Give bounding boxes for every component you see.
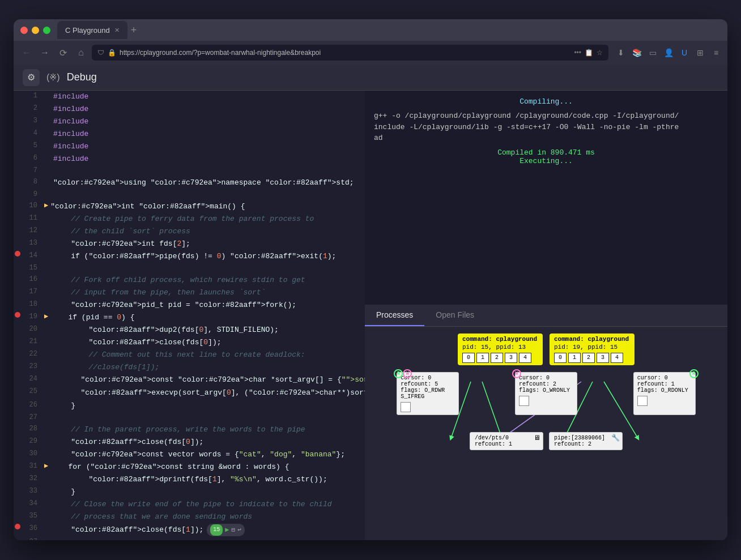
code-span-20: "color:#82aaff">dup2(fds[0], STDIN_FILEN…	[53, 326, 279, 334]
tab-c-playground[interactable]: C Playground ✕	[57, 21, 127, 39]
fd-row-15: 0 1 2 3 4	[462, 353, 538, 363]
file-nodes-row: 🖥 /dev/pts/0 refcount: 1 🔧 pipe:[2388906…	[372, 432, 721, 450]
code-content-14: if ("color:#82aaff">pipe(fds) != 0) "col…	[51, 251, 365, 262]
breakpoint-14[interactable]	[14, 251, 22, 257]
code-span-21: "color:#82aaff">close(fds[0]);	[53, 338, 222, 347]
reader-icon[interactable]: ▭	[647, 47, 658, 58]
code-content-22: // Comment out this next line to create …	[51, 349, 365, 361]
code-line-25: 25 "color:#82aaff">execvp(sort_argv[0], …	[14, 386, 365, 400]
code-span-2: #include	[53, 105, 93, 113]
code-span-14: if ("color:#82aaff">pipe(fds) != 0) "col…	[53, 252, 336, 260]
back-button[interactable]: ←	[19, 45, 34, 60]
pipe-icon: 🔧	[611, 434, 620, 442]
fd-4-15: 4	[519, 353, 531, 363]
browser-toolbar: ⬇ 📚 ▭ 👤 U ⊞ ≡	[615, 47, 722, 58]
fd-2-19: 2	[582, 353, 595, 363]
code-content-11: // Create pipe to ferry data from the pa…	[51, 213, 365, 225]
arrow-marker-31: ▶	[44, 461, 48, 470]
code-span-23: //close(fds[1]);	[53, 363, 159, 371]
cmd-line2: include -L/cplayground/lib -g -std=c++17…	[374, 123, 679, 131]
refresh-button[interactable]: ⟳	[56, 45, 70, 60]
code-content-36: "color:#82aaff">close(fds[1]);15▶⊟↩	[51, 524, 365, 536]
badge-step2-icon-36[interactable]: ↩	[237, 524, 241, 536]
code-content-5: #include	[51, 141, 365, 152]
badge-w2: W	[512, 369, 521, 378]
code-line-26: 26 }	[14, 400, 365, 412]
process-title-15: command: cplayground	[462, 336, 538, 343]
forward-button[interactable]: →	[37, 45, 52, 60]
code-content-32: "color:#82aaff">dprintf(fds[1], "%s\n", …	[51, 474, 365, 485]
breakpoint-19[interactable]	[14, 312, 22, 318]
tab-processes[interactable]: Processes	[365, 305, 424, 326]
grid-icon[interactable]: ⊞	[695, 47, 706, 58]
arrow-marker-10: ▶	[44, 201, 48, 210]
fd-detail-section: R W cursor: 0 refcount: 5 flags: O_RDWR …	[372, 372, 721, 415]
new-tab-button[interactable]: +	[131, 24, 137, 36]
badge-run-icon-36[interactable]: ▶	[225, 524, 229, 536]
line-num-1: 1	[22, 91, 43, 100]
process-box-15: command: cplayground pid: 15, ppid: 13 0…	[458, 334, 543, 365]
fd-0-15: 0	[462, 353, 475, 363]
fullscreen-button[interactable]	[43, 27, 50, 34]
process-boxes-row: command: cplayground pid: 15, ppid: 13 0…	[372, 334, 721, 365]
line-num-28: 28	[22, 424, 43, 433]
profile-icon[interactable]: 👤	[663, 47, 674, 58]
tab-open-files[interactable]: Open Files	[424, 305, 486, 326]
minimize-button[interactable]	[32, 27, 39, 34]
cmd-line1: g++ -o /cplayground/cplayground /cplaygr…	[374, 112, 679, 120]
arrow-marker-19: ▶	[44, 312, 48, 320]
code-line-34: 34 // Close the write end of the pipe to…	[14, 498, 365, 511]
line-num-14: 14	[22, 251, 43, 259]
line-num-7: 7	[22, 166, 43, 174]
terminal-icon: 🖥	[534, 434, 540, 442]
line-num-29: 29	[22, 437, 43, 445]
debug-icon: (※)	[46, 72, 60, 83]
browser-window: C Playground ✕ + ← → ⟳ ⌂ 🛡 🔒 https://cpl…	[14, 19, 727, 540]
tab-close-icon[interactable]: ✕	[114, 27, 120, 34]
ublock-icon[interactable]: U	[679, 47, 690, 58]
download-icon[interactable]: ⬇	[615, 47, 627, 58]
line-num-27: 27	[22, 413, 43, 421]
code-content-10: "color:#c792ea">int "color:#82aaff">main…	[48, 201, 365, 212]
app-body: ⚙ (※) Debug 1#include 2#include 3#includ…	[14, 65, 727, 540]
fd-detail-rdwr: R W cursor: 0 refcount: 5 flags: O_RDWR …	[397, 372, 459, 415]
code-line-1: 1#include	[14, 91, 365, 103]
code-line-31: 31▶ for ("color:#c792ea">const string &w…	[14, 461, 365, 473]
code-span-29: "color:#82aaff">close(fds[0]);	[53, 438, 203, 446]
fd-2-15: 2	[491, 353, 503, 363]
settings-button[interactable]: ⚙	[23, 69, 40, 86]
code-line-10: 10▶"color:#c792ea">int "color:#82aaff">m…	[14, 200, 365, 213]
compiling-status: Compiling...	[374, 97, 718, 106]
extensions-icon[interactable]: 📚	[631, 47, 642, 58]
code-container: 1#include 2#include 3#include 4#include …	[14, 91, 365, 540]
home-button[interactable]: ⌂	[74, 45, 88, 60]
fd-flags-rdonly: flags: O_RDONLY	[637, 387, 692, 394]
line-num-2: 2	[22, 104, 43, 112]
code-content-4: #include	[51, 129, 365, 140]
badge-step1-icon-36[interactable]: ⊟	[232, 524, 236, 536]
app-header: ⚙ (※) Debug	[14, 65, 727, 91]
fd-1-15: 1	[476, 353, 489, 363]
line-num-9: 9	[22, 190, 43, 198]
line-num-8: 8	[22, 177, 43, 186]
executing-status: Executing...	[374, 157, 718, 165]
code-line-12: 12 // the child `sort` process	[14, 225, 365, 238]
compile-command: g++ -o /cplayground/cplayground /cplaygr…	[374, 110, 718, 144]
code-content-25: "color:#82aaff">execvp(sort_argv[0], ("c…	[43, 387, 365, 399]
line-num-22: 22	[22, 349, 43, 358]
code-line-29: 29 "color:#82aaff">close(fds[0]);	[14, 436, 365, 448]
line-num-33: 33	[22, 486, 43, 495]
code-line-22: 22 // Comment out this next line to crea…	[14, 349, 365, 361]
process-diagram: command: cplayground pid: 15, ppid: 13 0…	[372, 334, 721, 450]
code-span-4: #include	[53, 130, 93, 138]
titlebar: C Playground ✕ +	[14, 19, 727, 41]
url-bar[interactable]: 🛡 🔒 https://cplayground.com/?p=wombat-na…	[92, 45, 608, 61]
close-button[interactable]	[20, 27, 28, 34]
fd-row-19: 0 1 2 3 4	[554, 353, 630, 363]
line-num-19: 19	[22, 312, 43, 320]
tab-bar: C Playground ✕ +	[57, 21, 721, 39]
line-num-20: 20	[22, 324, 43, 333]
code-span-35: // process that we are done sending word…	[53, 512, 252, 521]
breakpoint-36[interactable]	[14, 524, 22, 529]
menu-icon[interactable]: ≡	[710, 47, 722, 58]
